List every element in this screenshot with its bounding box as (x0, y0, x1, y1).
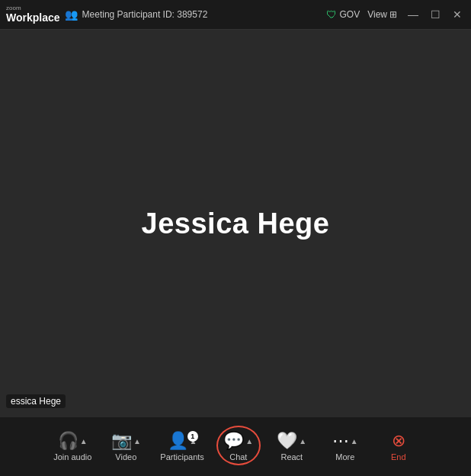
participants-button[interactable]: 👤 ▲ 1 Participants (152, 428, 211, 466)
meeting-info: 👥 Meeting Participant ID: 389572 (65, 8, 208, 21)
join-audio-icon-row: 🎧 ▲ (58, 433, 88, 449)
security-badge[interactable]: 🛡 GOV (326, 8, 360, 21)
minimize-button[interactable]: — (405, 7, 421, 22)
restore-button[interactable]: ☐ (428, 7, 444, 22)
end-icon-row: ⊗ (392, 433, 405, 449)
chat-icon: 💬 (223, 433, 244, 449)
participants-label: Participants (160, 452, 203, 462)
end-button[interactable]: ⊗ End (372, 428, 425, 466)
more-icon-row: ⋯ ▲ (332, 433, 358, 449)
react-label: React (280, 452, 303, 462)
view-grid-icon: ⊞ (389, 9, 397, 20)
window-controls: — ☐ ✕ (405, 7, 465, 22)
join-audio-label: Join audio (53, 452, 91, 462)
react-icon: 🤍 (277, 433, 297, 449)
end-icon: ⊗ (392, 433, 405, 449)
participant-name-overlay: essica Hege (6, 394, 66, 408)
participants-icon: 👤 (168, 433, 188, 449)
participant-name-display: Jessica Hege (142, 207, 330, 240)
toolbar: 🎧 ▲ Join audio 📷 ▲ Video 👤 ▲ 1 Participa… (0, 417, 471, 476)
zoom-logo-small: zoom (6, 5, 21, 11)
end-label: End (391, 452, 406, 462)
shield-icon: 🛡 (326, 8, 337, 21)
chat-icon-row: 💬 ▲ (223, 433, 253, 449)
react-chevron-icon: ▲ (299, 437, 306, 445)
app-title: Workplace (6, 11, 60, 24)
more-button[interactable]: ⋯ ▲ More (319, 428, 372, 466)
video-chevron-icon: ▲ (133, 437, 141, 445)
audio-chevron-icon: ▲ (80, 437, 88, 445)
video-area: Jessica Hege essica Hege (0, 30, 471, 417)
view-label: View (367, 9, 387, 20)
participants-icon: 👥 (65, 8, 78, 21)
zoom-logo: zoom Workplace (6, 5, 60, 24)
more-chevron-icon: ▲ (351, 437, 358, 445)
chat-button[interactable]: 💬 ▲ Chat (212, 428, 265, 466)
video-label: Video (115, 452, 136, 462)
video-button[interactable]: 📷 ▲ Video (99, 428, 152, 466)
more-icon: ⋯ (332, 433, 349, 449)
title-bar-left: zoom Workplace 👥 Meeting Participant ID:… (6, 5, 207, 24)
chat-label: Chat (229, 452, 247, 462)
chat-chevron-icon: ▲ (245, 437, 253, 445)
meeting-id: Meeting Participant ID: 389572 (82, 9, 208, 20)
title-bar-right: 🛡 GOV View ⊞ — ☐ ✕ (326, 7, 465, 22)
close-button[interactable]: ✕ (450, 7, 465, 22)
microphone-icon: 🎧 (58, 433, 78, 449)
title-bar: zoom Workplace 👥 Meeting Participant ID:… (0, 0, 471, 30)
video-icon: 📷 (111, 433, 132, 449)
more-label: More (335, 452, 354, 462)
participants-count-badge: 1 (187, 431, 198, 442)
join-audio-button[interactable]: 🎧 ▲ Join audio (46, 428, 99, 466)
gov-label: GOV (340, 9, 360, 20)
view-button[interactable]: View ⊞ (367, 9, 397, 20)
react-icon-row: 🤍 ▲ (277, 433, 306, 449)
react-button[interactable]: 🤍 ▲ React (265, 428, 319, 466)
video-icon-row: 📷 ▲ (111, 433, 141, 449)
